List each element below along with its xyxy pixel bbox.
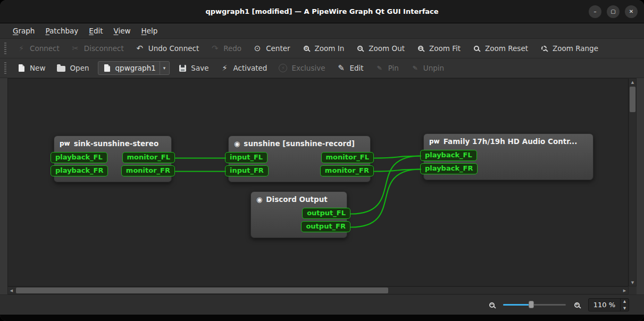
menu-patchbay[interactable]: Patchbay [40,24,83,37]
center-button[interactable]: ⊙Center [248,41,295,56]
zoom-reset-icon [472,46,481,51]
spin-up-icon[interactable]: ▲ [621,298,629,305]
node-title: sink-sunshine-stereo [74,139,159,148]
port-sink-playback_FR[interactable]: playback_FR [51,165,108,176]
node-family[interactable]: pwFamily 17h/19h HD Audio Contr...playba… [423,133,593,180]
bolt-circle-icon: ⚡ [279,64,287,72]
port-family-playback_FR[interactable]: playback_FR [420,163,478,174]
window-controls: –▢✕ [589,5,638,18]
undo-icon: ↶ [136,45,144,53]
unpin-button: ✒Unpin [405,61,449,75]
zoom-slider[interactable] [503,300,566,309]
zoom-spinbox[interactable]: 110 % ▲ ▼ [588,298,629,311]
center-icon: ⊙ [253,45,262,53]
activated-button[interactable]: ⚡Activated [215,61,272,75]
app-window: qpwgraph1 [modified] — A PipeWire Graph … [0,0,644,321]
zoom-out-icon[interactable]: − [488,302,496,308]
zoom-in-icon[interactable]: + [573,302,581,308]
session-combo[interactable]: qpwgraph1▾ [98,61,170,75]
scrollbar-corner [629,286,637,294]
toolbar-grip[interactable] [4,43,6,54]
port-sink-monitor_FR[interactable]: monitor_FR [121,165,175,176]
node-sink[interactable]: pwsink-sunshine-stereoplayback_FLmonitor… [54,136,172,182]
graph-canvas[interactable]: pwsink-sunshine-stereoplayback_FLmonitor… [7,78,629,286]
folder-open-icon [57,64,65,72]
zoom-range-button[interactable]: Zoom Range [534,41,604,56]
redo-button: ↷Redo [205,41,247,56]
zoom-in-button[interactable]: +Zoom In [297,41,350,56]
zoom-slider-fill [503,304,531,306]
horizontal-scrollbar[interactable]: ◀ ▶ [7,286,629,294]
toolbar-graph: ⚡Connect✂Disconnect↶Undo Connect↷Redo⊙Ce… [0,39,644,58]
toolbar-grip[interactable] [4,62,6,74]
port-sunshine-input_FR[interactable]: input_FR [225,165,269,176]
scroll-down-icon[interactable]: ▼ [629,279,636,286]
session-combo-label: qpwgraph1 [115,64,156,72]
save-button[interactable]: Save [173,61,214,75]
window-bottom-edge [0,315,644,321]
port-sunshine-monitor_FL[interactable]: monitor_FL [321,152,374,163]
zoom-value: 110 % [593,301,615,309]
menu-graph[interactable]: Graph [7,24,40,37]
zoom-fit-button[interactable]: ↔Zoom Fit [411,41,466,56]
bolt-icon: ⚡ [220,64,229,72]
scroll-up-icon[interactable]: ▲ [629,79,636,86]
node-discord[interactable]: ◉Discord Outputoutput_FLoutput_FR [250,191,347,238]
menu-edit[interactable]: Edit [83,24,108,37]
scroll-right-icon[interactable]: ▶ [621,287,628,294]
zoom-reset-button[interactable]: Zoom Reset [467,41,533,56]
node-title: Family 17h/19h HD Audio Contr... [444,137,578,146]
scroll-left-icon[interactable]: ◀ [8,287,15,294]
save-icon [178,65,187,72]
node-header: pwFamily 17h/19h HD Audio Contr... [424,134,593,147]
menu-view[interactable]: View [108,24,136,37]
vertical-scrollbar[interactable]: ▲ ▼ [629,78,637,286]
file-icon [103,64,112,72]
port-sunshine-monitor_FR[interactable]: monitor_FR [320,165,374,176]
open-button[interactable]: Open [52,61,94,75]
node-title: Discord Output [266,195,327,204]
zoom-spin-buttons: ▲ ▼ [620,298,629,311]
zoom-fit-icon: ↔ [416,46,425,51]
audio-app-icon: ◉ [256,196,262,203]
menu-help[interactable]: Help [136,24,163,37]
zoom-slider-handle[interactable] [529,301,534,308]
node-header: ◉sunshine [sunshine-record] [229,136,370,149]
port-discord-output_FL[interactable]: output_FL [302,208,350,219]
pin-button: ✒Pin [370,61,404,75]
vertical-scroll-thumb[interactable] [630,87,635,112]
pipewire-icon: pw [60,140,70,147]
port-sunshine-input_FL[interactable]: input_FL [225,152,267,163]
zoom-out-button[interactable]: −Zoom Out [350,41,410,56]
port-family-playback_FL[interactable]: playback_FL [420,150,477,161]
horizontal-scroll-thumb[interactable] [16,288,388,293]
zoom-range-icon [540,46,548,51]
maximize-button[interactable]: ▢ [607,5,620,18]
edit-button[interactable]: ✎Edit [331,61,369,75]
menubar: GraphPatchbayEditViewHelp [0,23,644,39]
spin-down-icon[interactable]: ▼ [621,305,629,311]
undo-connect-button[interactable]: ↶Undo Connect [130,41,204,56]
port-discord-output_FR[interactable]: output_FR [301,221,350,232]
node-sunshine[interactable]: ◉sunshine [sunshine-record]input_FLmonit… [228,136,371,182]
disconnect-button: ✂Disconnect [66,41,129,56]
new-button[interactable]: New [12,61,51,75]
connection-wire[interactable] [374,156,421,158]
connect-icon: ⚡ [17,45,26,53]
zoom-out-icon: − [356,46,364,51]
toolbar-file: NewOpenqpwgraph1▾Save⚡Activated⚡Exclusiv… [0,58,644,78]
titlebar[interactable]: qpwgraph1 [modified] — A PipeWire Graph … [0,0,644,23]
port-sink-monitor_FL[interactable]: monitor_FL [122,152,175,163]
port-sink-playback_FL[interactable]: playback_FL [51,152,107,163]
pencil-icon: ✎ [337,64,345,72]
close-button[interactable]: ✕ [625,5,638,18]
zoom-out-icon: − [488,302,496,308]
zoom-in-icon: + [573,302,581,308]
connection-wire[interactable] [374,170,421,172]
minimize-button[interactable]: – [589,5,601,18]
node-header: ◉Discord Output [251,192,347,205]
unpin-icon: ✒ [411,64,419,72]
connect-button: ⚡Connect [12,41,65,56]
node-title: sunshine [sunshine-record] [244,139,355,148]
connections-layer [8,79,628,286]
